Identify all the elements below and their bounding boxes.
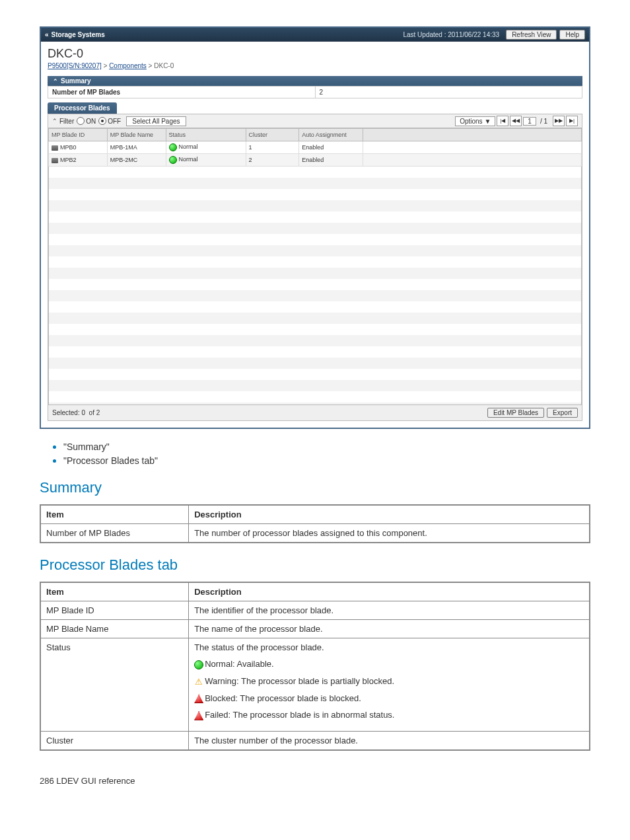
select-all-pages-button[interactable]: Select All Pages [126, 116, 186, 126]
grid-toolbar: ⌃ Filter ON OFF Select All Pages Options… [48, 114, 582, 128]
grid-col-status[interactable]: Status [166, 129, 246, 141]
grid-col-auto[interactable]: Auto Assignment [299, 129, 363, 141]
edit-mp-blades-button[interactable]: Edit MP Blades [487, 408, 544, 418]
cell-desc: The identifier of the processor blade. [189, 601, 590, 620]
cell-desc: The number of processor blades assigned … [189, 524, 590, 543]
doc-pb-table: Item Description MP Blade ID The identif… [40, 582, 590, 751]
cell-id: MPB2 [60, 157, 77, 163]
doc-link-list: "Summary" "Processor Blades tab" [40, 441, 590, 466]
cell-cluster: 1 [246, 141, 299, 154]
grid-empty-area [48, 167, 582, 405]
th-item: Item [40, 582, 189, 601]
cell-auto: Enabled [299, 141, 363, 154]
page-title: DKC-0 [48, 47, 582, 61]
app-window: « Storage Systems Last Updated : 2011/06… [40, 26, 590, 429]
doc-heading-pb-tab: Processor Blades tab [40, 556, 590, 574]
grid-col-cluster[interactable]: Cluster [246, 129, 299, 141]
cell-auto: Enabled [299, 154, 363, 167]
summary-row-value: 2 [316, 87, 582, 98]
cell-name: MPB-1MA [107, 141, 166, 154]
status-normal-icon [169, 156, 177, 164]
breadcrumb-link-root[interactable]: P9500[S/N:90207] [48, 62, 102, 69]
grid-col-name[interactable]: MP Blade Name [107, 129, 166, 141]
table-row: Cluster The cluster number of the proces… [40, 731, 590, 750]
cell-item: MP Blade ID [40, 601, 189, 620]
grid-container: MP Blade ID MP Blade Name Status Cluster… [48, 128, 582, 405]
status-blocked-text: Blocked: The processor blade is blocked. [205, 693, 361, 703]
cell-desc: The cluster number of the processor blad… [189, 731, 590, 750]
processor-blades-grid: MP Blade ID MP Blade Name Status Cluster… [48, 128, 582, 167]
blade-icon [52, 158, 58, 163]
summary-title: Summary [61, 77, 91, 85]
cell-item: MP Blade Name [40, 620, 189, 638]
grid-col-spacer [363, 129, 582, 141]
status-desc-line: The status of the processor blade. [194, 642, 584, 652]
filter-on-radio[interactable] [77, 117, 85, 125]
selected-total: 2 [96, 409, 100, 416]
pager-last-button[interactable]: ▶| [566, 116, 578, 126]
pager-next-button[interactable]: ▶▶ [553, 116, 565, 126]
doc-summary-table: Item Description Number of MP Blades The… [40, 504, 590, 543]
blade-icon [52, 145, 58, 151]
table-row: MP Blade Name The name of the processor … [40, 620, 590, 638]
refresh-view-button[interactable]: Refresh View [506, 30, 557, 40]
grid-col-id[interactable]: MP Blade ID [49, 129, 108, 141]
status-blocked-icon [194, 694, 203, 703]
cell-item: Cluster [40, 731, 189, 750]
cell-desc: The status of the processor blade. Norma… [189, 638, 590, 732]
cell-cluster: 2 [246, 154, 299, 167]
table-row: Status The status of the processor blade… [40, 638, 590, 732]
breadcrumb-current: DKC-0 [154, 62, 174, 69]
summary-row: Number of MP Blades 2 [48, 86, 582, 98]
collapse-caret-icon: ⌃ [53, 78, 58, 85]
status-failed-icon [194, 711, 203, 720]
tab-strip: Processor Blades [48, 102, 582, 114]
status-normal-text: Normal: Available. [205, 659, 274, 669]
page-footer: 286 LDEV GUI reference [40, 776, 590, 786]
grid-status-bar: Selected: 0 of 2 Edit MP Blades Export [48, 405, 582, 421]
th-item: Item [40, 505, 189, 524]
cell-item: Status [40, 638, 189, 732]
status-normal-icon [169, 143, 177, 151]
list-item: "Summary" [63, 441, 590, 452]
collapse-caret-icon: ⌃ [52, 118, 57, 124]
collapse-icon[interactable]: « [45, 31, 49, 38]
filter-off-radio[interactable] [98, 117, 106, 125]
help-button[interactable]: Help [559, 30, 585, 40]
status-normal-icon [194, 660, 203, 669]
pager-total-pages: / 1 [536, 118, 551, 125]
pager-current-page[interactable]: 1 [523, 117, 536, 126]
tab-processor-blades[interactable]: Processor Blades [48, 102, 117, 114]
doc-heading-summary: Summary [40, 479, 590, 496]
export-button[interactable]: Export [547, 408, 578, 418]
table-row: Number of MP Blades The number of proces… [40, 524, 590, 543]
status-failed-text: Failed: The processor blade is in abnorm… [205, 710, 394, 720]
page-header: DKC-0 P9500[S/N:90207] > Components > DK… [41, 42, 589, 72]
cell-status: Normal [179, 156, 198, 163]
summary-row-label: Number of MP Blades [48, 87, 316, 98]
grid-header-row: MP Blade ID MP Blade Name Status Cluster… [49, 129, 582, 141]
breadcrumb: P9500[S/N:90207] > Components > DKC-0 [48, 62, 582, 69]
breadcrumb-link-components[interactable]: Components [109, 62, 147, 69]
of-label: of [89, 409, 94, 416]
table-row[interactable]: MPB2 MPB-2MC Normal 2 Enabled [49, 154, 582, 167]
th-desc: Description [189, 582, 590, 601]
app-header: « Storage Systems Last Updated : 2011/06… [41, 28, 589, 42]
last-updated-label: Last Updated : 2011/06/22 14:33 [403, 31, 499, 38]
status-warning-icon: ⚠ [195, 677, 203, 687]
cell-name: MPB-2MC [107, 154, 166, 167]
selected-label: Selected: [52, 409, 80, 416]
options-dropdown[interactable]: Options ▼ [455, 116, 495, 126]
cell-desc: The name of the processor blade. [189, 620, 590, 638]
filter-label: Filter [59, 118, 74, 125]
pager-first-button[interactable]: |◀ [497, 116, 508, 126]
list-item: "Processor Blades tab" [63, 455, 590, 466]
pager-prev-button[interactable]: ◀◀ [510, 116, 522, 126]
filter-off-label: OFF [108, 118, 121, 125]
summary-section-header[interactable]: ⌃ Summary [48, 76, 582, 86]
status-warning-text: Warning: The processor blade is partiall… [205, 676, 394, 686]
table-row: MP Blade ID The identifier of the proces… [40, 601, 590, 620]
cell-item: Number of MP Blades [40, 524, 189, 543]
filter-on-label: ON [86, 118, 96, 125]
table-row[interactable]: MPB0 MPB-1MA Normal 1 Enabled [49, 141, 582, 154]
